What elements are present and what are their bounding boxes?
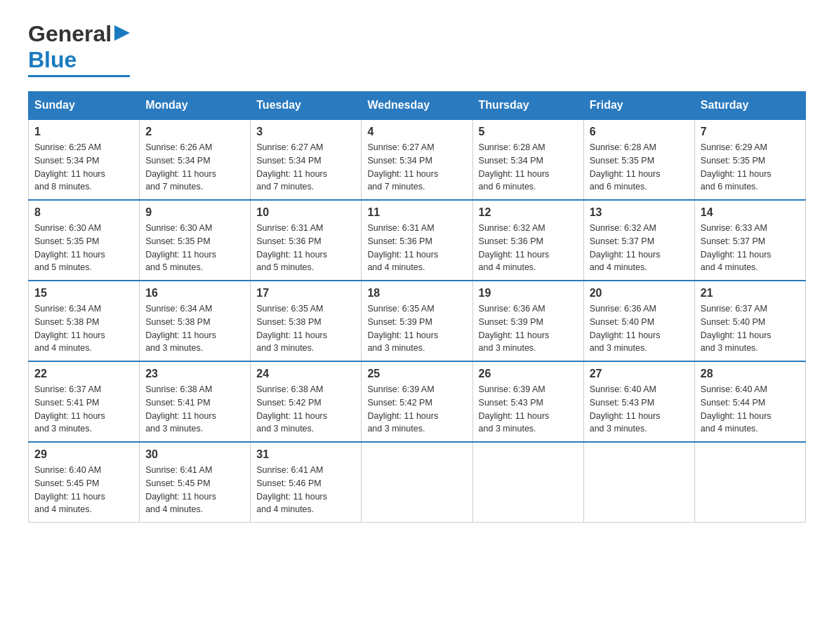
calendar-cell: 17 Sunrise: 6:35 AM Sunset: 5:38 PM Dayl…: [251, 281, 362, 361]
day-number: 24: [256, 368, 355, 380]
day-info: Sunrise: 6:40 AM Sunset: 5:43 PM Dayligh…: [590, 384, 661, 434]
day-number: 4: [367, 126, 466, 138]
day-info: Sunrise: 6:34 AM Sunset: 5:38 PM Dayligh…: [145, 304, 216, 353]
day-number: 29: [34, 448, 133, 461]
day-number: 12: [479, 206, 578, 219]
calendar-cell: 15 Sunrise: 6:34 AM Sunset: 5:38 PM Dayl…: [29, 281, 140, 361]
logo-triangle-icon: [114, 25, 130, 41]
day-info: Sunrise: 6:36 AM Sunset: 5:40 PM Dayligh…: [590, 304, 661, 353]
weekday-header-saturday: Saturday: [694, 92, 805, 120]
day-info: Sunrise: 6:38 AM Sunset: 5:41 PM Dayligh…: [145, 384, 216, 434]
calendar-cell: 5 Sunrise: 6:28 AM Sunset: 5:34 PM Dayli…: [472, 119, 583, 200]
calendar-cell: 27 Sunrise: 6:40 AM Sunset: 5:43 PM Dayl…: [583, 361, 694, 442]
svg-marker-0: [114, 25, 130, 41]
weekday-header-thursday: Thursday: [472, 92, 583, 120]
day-number: 22: [34, 368, 133, 380]
calendar-cell: 23 Sunrise: 6:38 AM Sunset: 5:41 PM Dayl…: [140, 361, 251, 442]
day-number: 13: [590, 206, 689, 219]
day-number: 8: [34, 206, 133, 219]
calendar-cell: 14 Sunrise: 6:33 AM Sunset: 5:37 PM Dayl…: [694, 200, 805, 281]
calendar-cell: 19 Sunrise: 6:36 AM Sunset: 5:39 PM Dayl…: [472, 281, 583, 361]
day-info: Sunrise: 6:35 AM Sunset: 5:38 PM Dayligh…: [256, 304, 327, 353]
day-number: 26: [479, 368, 578, 380]
calendar-cell: 12 Sunrise: 6:32 AM Sunset: 5:36 PM Dayl…: [472, 200, 583, 281]
day-info: Sunrise: 6:30 AM Sunset: 5:35 PM Dayligh…: [145, 223, 216, 272]
day-number: 31: [256, 448, 355, 461]
calendar-cell: 29 Sunrise: 6:40 AM Sunset: 5:45 PM Dayl…: [29, 442, 140, 523]
calendar-cell: 20 Sunrise: 6:36 AM Sunset: 5:40 PM Dayl…: [583, 281, 694, 361]
day-info: Sunrise: 6:29 AM Sunset: 5:35 PM Dayligh…: [701, 142, 772, 192]
day-info: Sunrise: 6:30 AM Sunset: 5:35 PM Dayligh…: [34, 223, 105, 272]
calendar-cell: 9 Sunrise: 6:30 AM Sunset: 5:35 PM Dayli…: [140, 200, 251, 281]
day-number: 7: [701, 126, 800, 138]
day-info: Sunrise: 6:31 AM Sunset: 5:36 PM Dayligh…: [367, 223, 438, 272]
calendar-cell: 6 Sunrise: 6:28 AM Sunset: 5:35 PM Dayli…: [583, 119, 694, 200]
day-number: 1: [34, 126, 133, 138]
day-number: 14: [701, 206, 800, 219]
day-info: Sunrise: 6:37 AM Sunset: 5:41 PM Dayligh…: [34, 384, 105, 434]
day-info: Sunrise: 6:41 AM Sunset: 5:45 PM Dayligh…: [145, 465, 216, 514]
day-info: Sunrise: 6:27 AM Sunset: 5:34 PM Dayligh…: [256, 142, 327, 192]
day-number: 23: [145, 368, 244, 380]
calendar-cell: [362, 442, 472, 523]
calendar-cell: 8 Sunrise: 6:30 AM Sunset: 5:35 PM Dayli…: [29, 200, 140, 281]
calendar-cell: 4 Sunrise: 6:27 AM Sunset: 5:34 PM Dayli…: [362, 119, 472, 200]
calendar-cell: 3 Sunrise: 6:27 AM Sunset: 5:34 PM Dayli…: [251, 119, 362, 200]
day-info: Sunrise: 6:26 AM Sunset: 5:34 PM Dayligh…: [145, 142, 216, 192]
calendar-cell: 24 Sunrise: 6:38 AM Sunset: 5:42 PM Dayl…: [251, 361, 362, 442]
calendar-table: SundayMondayTuesdayWednesdayThursdayFrid…: [28, 91, 806, 523]
day-info: Sunrise: 6:37 AM Sunset: 5:40 PM Dayligh…: [701, 304, 772, 353]
day-number: 19: [479, 287, 578, 300]
day-info: Sunrise: 6:38 AM Sunset: 5:42 PM Dayligh…: [256, 384, 327, 434]
day-number: 10: [256, 206, 355, 219]
calendar-cell: 7 Sunrise: 6:29 AM Sunset: 5:35 PM Dayli…: [694, 119, 805, 200]
weekday-header-sunday: Sunday: [29, 92, 140, 120]
weekday-header-wednesday: Wednesday: [362, 92, 472, 120]
calendar-cell: 16 Sunrise: 6:34 AM Sunset: 5:38 PM Dayl…: [140, 281, 251, 361]
calendar-cell: 10 Sunrise: 6:31 AM Sunset: 5:36 PM Dayl…: [251, 200, 362, 281]
day-number: 6: [590, 126, 689, 138]
day-info: Sunrise: 6:41 AM Sunset: 5:46 PM Dayligh…: [256, 465, 327, 514]
day-number: 21: [701, 287, 800, 300]
day-number: 28: [701, 368, 800, 380]
day-number: 2: [145, 126, 244, 138]
day-info: Sunrise: 6:39 AM Sunset: 5:42 PM Dayligh…: [367, 384, 438, 434]
day-number: 27: [590, 368, 689, 380]
day-info: Sunrise: 6:31 AM Sunset: 5:36 PM Dayligh…: [256, 223, 327, 272]
day-info: Sunrise: 6:39 AM Sunset: 5:43 PM Dayligh…: [479, 384, 550, 434]
day-number: 15: [34, 287, 133, 300]
calendar-cell: 2 Sunrise: 6:26 AM Sunset: 5:34 PM Dayli…: [140, 119, 251, 200]
day-info: Sunrise: 6:32 AM Sunset: 5:36 PM Dayligh…: [479, 223, 550, 272]
day-number: 5: [479, 126, 578, 138]
day-number: 9: [145, 206, 244, 219]
day-info: Sunrise: 6:32 AM Sunset: 5:37 PM Dayligh…: [590, 223, 661, 272]
day-info: Sunrise: 6:28 AM Sunset: 5:34 PM Dayligh…: [479, 142, 550, 192]
day-info: Sunrise: 6:28 AM Sunset: 5:35 PM Dayligh…: [590, 142, 661, 192]
day-number: 3: [256, 126, 355, 138]
page-header: General Blue: [28, 21, 806, 77]
day-info: Sunrise: 6:33 AM Sunset: 5:37 PM Dayligh…: [701, 223, 772, 272]
calendar-cell: 22 Sunrise: 6:37 AM Sunset: 5:41 PM Dayl…: [29, 361, 140, 442]
logo-general: General: [28, 21, 112, 47]
weekday-header-friday: Friday: [583, 92, 694, 120]
day-number: 18: [367, 287, 466, 300]
calendar-cell: 11 Sunrise: 6:31 AM Sunset: 5:36 PM Dayl…: [362, 200, 472, 281]
logo-underline: [28, 75, 130, 77]
day-number: 25: [367, 368, 466, 380]
calendar-cell: 26 Sunrise: 6:39 AM Sunset: 5:43 PM Dayl…: [472, 361, 583, 442]
day-info: Sunrise: 6:25 AM Sunset: 5:34 PM Dayligh…: [34, 142, 105, 192]
day-number: 20: [590, 287, 689, 300]
calendar-cell: 18 Sunrise: 6:35 AM Sunset: 5:39 PM Dayl…: [362, 281, 472, 361]
weekday-header-monday: Monday: [140, 92, 251, 120]
calendar-cell: 21 Sunrise: 6:37 AM Sunset: 5:40 PM Dayl…: [694, 281, 805, 361]
calendar-cell: [472, 442, 583, 523]
day-info: Sunrise: 6:36 AM Sunset: 5:39 PM Dayligh…: [479, 304, 550, 353]
calendar-cell: [694, 442, 805, 523]
day-number: 16: [145, 287, 244, 300]
day-info: Sunrise: 6:35 AM Sunset: 5:39 PM Dayligh…: [367, 304, 438, 353]
day-number: 11: [367, 206, 466, 219]
logo: General Blue: [28, 21, 130, 77]
calendar-cell: 28 Sunrise: 6:40 AM Sunset: 5:44 PM Dayl…: [694, 361, 805, 442]
day-info: Sunrise: 6:40 AM Sunset: 5:45 PM Dayligh…: [34, 465, 105, 514]
day-info: Sunrise: 6:40 AM Sunset: 5:44 PM Dayligh…: [701, 384, 772, 434]
